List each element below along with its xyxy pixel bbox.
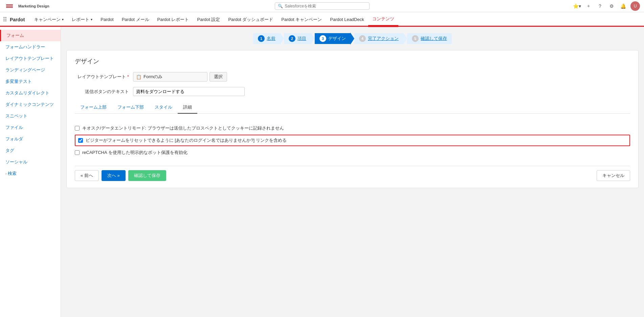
avatar[interactable]: U [630,1,640,11]
recaptcha-label: reCAPTCHA を使用した明示的なボット保護を有効化 [82,150,187,156]
help-button[interactable]: ? [596,2,604,10]
next-button[interactable]: 次へ » [102,170,126,181]
main-layout: フォーム フォームハンドラー レイアウトテンプレート ランディングページ 多変量… [0,27,644,317]
tab-style[interactable]: スタイル [149,101,178,114]
sidebar-item-social[interactable]: ソーシャル [0,156,61,168]
search-input[interactable] [285,4,367,8]
sidebar-item-search[interactable]: › 検索 [0,168,61,179]
bottom-bar: « 前へ 次へ » 確認して保存 キャンセル [75,166,630,181]
confirm-save-button[interactable]: 確認して保存 [128,170,166,181]
step-2-label: 項目 [297,36,306,42]
tab-form-top[interactable]: フォーム上部 [75,101,112,114]
app-menu-icon[interactable]: ⠿ [3,16,7,23]
nav-pardot-campaign[interactable]: Pardot キャンペーン [277,12,326,27]
nav-pardot-leaddeck[interactable]: Pardot LeadDeck [326,12,368,27]
step-arrow-3 [350,32,354,45]
nav-contents[interactable]: コンテンツ [368,12,398,27]
submit-text-input[interactable] [133,87,245,96]
marketing-design-logo [4,2,15,10]
submit-input-wrap [133,87,245,96]
search-icon: 🔍 [278,4,283,8]
wizard-step-2[interactable]: 2 項目 [284,33,311,44]
wizard-step-5[interactable]: 5 確認して保存 [407,33,452,44]
top-bar-left: Marketing Design [4,2,49,10]
top-bar: Marketing Design 🔍 ⭐▾ ＋ ? ⚙ 🔔 U [0,0,644,12]
step-arrow-4 [403,32,407,45]
search-bar[interactable]: 🔍 [275,2,370,10]
cancel-button[interactable]: キャンセル [597,170,630,181]
sidebar-item-tag[interactable]: タグ [0,145,61,156]
app-bar: ⠿ Pardot キャンペーン ▾ レポート ▾ Pardot Pardot メ… [0,12,644,27]
sidebar-item-multivariate[interactable]: 多変量テスト [0,76,61,87]
logo-text: Marketing Design [18,4,49,8]
chevron-down-icon: ▾ [62,18,64,21]
app-name: Pardot [10,17,25,22]
layout-template-row: レイアウトテンプレート * 📋 Formのみ 選択 [75,72,630,82]
add-button[interactable]: ＋ [584,2,593,10]
calendar-icon: 📋 [136,74,141,80]
reset-link-checkbox-row: ビジターがフォームをリセットできるように [あなたのログイン名ではありませんか?… [75,135,630,146]
recaptcha-checkbox[interactable] [75,150,80,155]
step-5-label: 確認して保存 [421,36,447,42]
nav-pardot-settings[interactable]: Pardot 設定 [193,12,224,27]
kiosk-checkbox[interactable] [75,126,80,131]
kiosk-checkbox-row: キオスク/データエントリモード: ブラウザーは送信したプロスペクトとしてクッキー… [75,123,630,133]
sidebar-item-file[interactable]: ファイル [0,122,61,133]
nav-pardot-dashboard[interactable]: Pardot ダッシュボード [224,12,277,27]
page-title: デザイン [75,57,630,65]
nav-report[interactable]: レポート ▾ [68,12,96,27]
top-bar-right: ⭐▾ ＋ ? ⚙ 🔔 U [573,1,640,11]
bottom-right-buttons: キャンセル [597,170,630,181]
tab-form-bottom[interactable]: フォーム下部 [112,101,149,114]
kiosk-label: キオスク/データエントリモード: ブラウザーは送信したプロスペクトとしてクッキー… [82,125,284,131]
nav-pardot[interactable]: Pardot [96,12,117,27]
wizard-step-3: 3 デザイン [315,33,351,44]
layout-value: Formのみ [143,74,162,80]
sidebar-item-dynamic-content[interactable]: ダイナミックコンテンツ [0,99,61,110]
submit-text-row: 送信ボタンのテキスト [75,87,630,96]
layout-template-input: 📋 Formのみ [133,72,207,82]
notifications-button[interactable]: 🔔 [619,2,627,10]
prev-button[interactable]: « 前へ [75,170,99,181]
select-button[interactable]: 選択 [209,72,227,82]
step-2-num: 2 [289,35,295,42]
sidebar-item-form[interactable]: フォーム [0,30,61,41]
bottom-left-buttons: « 前へ 次へ » 確認して保存 [75,170,166,181]
wizard-steps: 1 名前 2 項目 3 デザイン 4 完了アクション [66,32,639,45]
step-3-num: 3 [319,35,326,42]
settings-button[interactable]: ⚙ [607,2,616,10]
nav-pardot-report[interactable]: Pardot レポート [153,12,193,27]
nav-pardot-mail[interactable]: Pardot メール [118,12,153,27]
form-tabs: フォーム上部 フォーム下部 スタイル 詳細 [75,101,630,114]
chevron-down-icon: ▾ [91,18,92,21]
form-panel: デザイン レイアウトテンプレート * 📋 Formのみ 選択 送信ボタンのテキス… [66,50,639,188]
tab-detail[interactable]: 詳細 [178,101,197,114]
required-mark: * [127,74,129,79]
step-4-num: 4 [359,35,366,42]
reset-link-label: ビジターがフォームをリセットできるように [あなたのログイン名ではありませんか?… [86,137,287,143]
wizard-step-4[interactable]: 4 完了アクション [354,33,403,44]
sidebar: フォーム フォームハンドラー レイアウトテンプレート ランディングページ 多変量… [0,27,61,317]
checkbox-section: キオスク/データエントリモード: ブラウザーは送信したプロスペクトとしてクッキー… [75,120,630,160]
sidebar-item-form-handler[interactable]: フォームハンドラー [0,41,61,53]
reset-link-checkbox[interactable] [78,138,83,143]
sidebar-item-landing-page[interactable]: ランディングページ [0,64,61,76]
sidebar-item-snippet[interactable]: スニペット [0,110,61,122]
step-arrow-1 [280,32,284,45]
nav-campaign[interactable]: キャンペーン ▾ [30,12,68,27]
step-4-label: 完了アクション [368,36,399,42]
chevron-right-icon: › [5,172,6,176]
recaptcha-checkbox-row: reCAPTCHA を使用した明示的なボット保護を有効化 [75,148,630,158]
sidebar-item-custom-redirect[interactable]: カスタムリダイレクト [0,87,61,99]
sidebar-item-folder[interactable]: フォルダ [0,133,61,145]
wizard-step-1[interactable]: 1 名前 [253,33,280,44]
step-3-label: デザイン [328,36,346,42]
step-arrow-2 [311,32,315,45]
sidebar-item-layout-template[interactable]: レイアウトテンプレート [0,53,61,64]
submit-label: 送信ボタンのテキスト [75,89,129,95]
layout-input: 📋 Formのみ 選択 [133,72,227,82]
main-content: 1 名前 2 項目 3 デザイン 4 完了アクション [61,27,644,317]
layout-label: レイアウトテンプレート * [75,74,129,80]
step-5-num: 5 [412,35,419,42]
favorites-button[interactable]: ⭐▾ [573,2,581,10]
